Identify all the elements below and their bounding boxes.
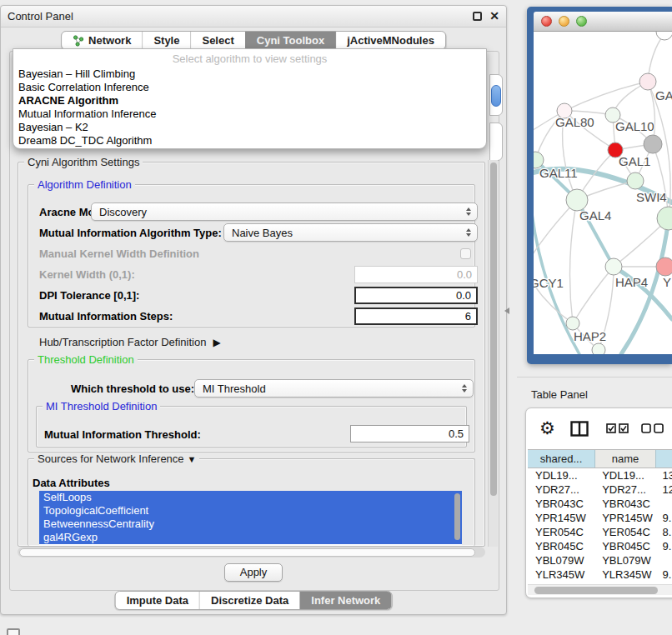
algorithm-option-basic-correlation-inference[interactable]: Basic Correlation Inference [13, 81, 486, 94]
network-node-y[interactable] [656, 258, 672, 276]
node-label: GAL80 [555, 115, 594, 129]
apply-button[interactable]: Apply [224, 563, 283, 582]
settings-vertical-scrollbar[interactable] [488, 160, 498, 547]
tab-style[interactable]: Style [142, 32, 190, 49]
network-window-titlebar[interactable] [534, 12, 672, 32]
check-all-icon[interactable] [606, 423, 629, 433]
network-canvas[interactable]: GALGAL80GAL10GAL1GAL11GAL4SWI4GCY1HAP4YH… [534, 32, 672, 354]
table-row[interactable]: YER054CYER054C8. [528, 525, 672, 539]
network-node-hap2[interactable] [566, 317, 579, 330]
algorithm-option-mutual-information-inference[interactable]: Mutual Information Inference [13, 108, 486, 121]
tab-label: Impute Data [127, 594, 188, 607]
table-cell: 8. [654, 525, 672, 539]
sources-expander[interactable]: Sources for Network Inference▼ [34, 452, 199, 465]
kernel-width-input[interactable]: 0.0 [354, 266, 478, 283]
network-edge[interactable] [573, 267, 614, 323]
aracne-mode-select[interactable]: Discovery [91, 202, 478, 221]
attribute-item-gal4rgexp[interactable]: gal4RGexp [39, 531, 462, 544]
close-icon[interactable]: ✕ [489, 12, 499, 21]
algorithm-option-bayesian-hill-climbing[interactable]: Bayesian – Hill Climbing [13, 68, 486, 81]
node-label: HAP2 [574, 329, 606, 343]
tab-jactivemnodules[interactable]: jActiveMNodules [335, 32, 445, 49]
node-label: GAL4 [579, 208, 611, 222]
uncheck-all-icon[interactable] [641, 423, 664, 433]
combo-spinner-focused-fragment [491, 85, 501, 107]
column-header-2[interactable] [656, 450, 672, 468]
table-row[interactable]: YDL19...YDL19...13 [528, 468, 672, 482]
attribute-item-topologicalcoefficient[interactable]: TopologicalCoefficient [39, 504, 462, 518]
algorithm-option-bayesian-k2[interactable]: Bayesian – K2 [13, 121, 486, 134]
table-cell: YDR27... [594, 482, 654, 497]
hub-definition-expander[interactable]: Hub/Transcription Factor Definition▶ [39, 336, 221, 349]
network-node-gal1[interactable] [627, 172, 644, 189]
table-cell: YBR045C [594, 539, 654, 553]
network-edge[interactable] [564, 82, 648, 111]
table-cell: 9. [654, 511, 672, 525]
table-row[interactable]: YPR145WYPR145W9. [528, 511, 672, 525]
kernel-width-label: Kernel Width (0,1): [39, 268, 135, 282]
column-header-name[interactable]: name [595, 450, 656, 468]
algorithm-option-dream8-dc-tdc-algorithm[interactable]: Dream8 DC_TDC Algorithm [13, 134, 486, 148]
column-header-shared[interactable]: shared... [528, 450, 595, 468]
float-window-icon[interactable] [473, 12, 482, 21]
hidden-group-fragment [489, 122, 503, 161]
bottom-corner-icon[interactable] [7, 628, 20, 635]
panel-divider-handle[interactable] [504, 308, 509, 314]
table-cell: YER054C [594, 525, 654, 539]
mi-steps-input[interactable]: 6 [354, 308, 478, 325]
mi-threshold-label: Mutual Information Threshold: [44, 428, 201, 442]
table-row[interactable]: YBL079WYBL079W [528, 553, 672, 568]
tab-network[interactable]: Network [62, 32, 142, 49]
mi-threshold-input[interactable]: 0.5 [350, 425, 469, 442]
settings-horizontal-scrollbar[interactable] [18, 547, 485, 558]
table-row[interactable]: YBR043CYBR043C [528, 497, 672, 511]
close-traffic-light-icon[interactable] [541, 16, 552, 27]
mi-steps-label: Mutual Information Steps: [39, 310, 173, 323]
data-attributes-label: Data Attributes [33, 477, 110, 490]
network-icon [73, 35, 84, 47]
panel-title: Control Panel [8, 10, 73, 22]
which-threshold-value: MI Threshold [203, 382, 266, 395]
gear-icon[interactable]: ⚙ [539, 420, 555, 437]
tab-label: Infer Network [311, 594, 380, 607]
network-node[interactable] [656, 32, 672, 40]
table-cell: YBR043C [594, 497, 654, 511]
network-node[interactable] [592, 343, 605, 354]
minimize-traffic-light-icon[interactable] [559, 16, 569, 27]
tab-infer-network[interactable]: Infer Network [299, 592, 391, 609]
node-label: GAL1 [619, 154, 650, 168]
tab-impute-data[interactable]: Impute Data [116, 592, 199, 609]
tab-label: Network [88, 34, 131, 47]
table-row[interactable]: YDR27...YDR27...12 [528, 482, 672, 497]
network-node-gal[interactable] [639, 73, 656, 90]
list-scrollbar[interactable] [454, 493, 460, 540]
algorithm-option-aracne-algorithm[interactable]: ARACNE Algorithm [13, 94, 486, 108]
cyni-bottom-tabs: Impute DataDiscretize DataInfer Network [115, 591, 393, 610]
which-threshold-select[interactable]: MI Threshold [194, 379, 474, 398]
control-panel-tabs: NetworkStyleSelectCyni ToolboxjActiveMNo… [61, 31, 446, 50]
table-cell: YDL19... [594, 468, 654, 482]
tab-discretize-data[interactable]: Discretize Data [199, 592, 299, 609]
table-horizontal-scrollbar[interactable] [528, 584, 672, 595]
table-row[interactable]: YLR345WYLR345W9. [528, 568, 672, 582]
tab-label: Style [153, 34, 179, 47]
network-node-swi4[interactable] [657, 207, 672, 230]
split-columns-icon[interactable] [570, 421, 589, 437]
zoom-traffic-light-icon[interactable] [576, 16, 587, 27]
mi-type-select[interactable]: Naive Bayes [223, 223, 478, 242]
table-row[interactable]: YBR045CYBR045C9. [528, 539, 672, 553]
manual-kernel-checkbox[interactable] [460, 248, 471, 259]
tab-label: Discretize Data [211, 594, 288, 607]
table-cell: YDL19... [528, 468, 594, 482]
network-node[interactable] [644, 135, 662, 153]
attribute-item-betweennesscentrality[interactable]: BetweennessCentrality [39, 518, 462, 531]
network-edge[interactable] [569, 200, 577, 323]
dpi-tolerance-input[interactable]: 0.0 [354, 287, 478, 304]
sources-title: Sources for Network Inference [38, 452, 184, 465]
tab-cyni-toolbox[interactable]: Cyni Toolbox [245, 32, 335, 49]
attribute-item-selfloops[interactable]: SelfLoops [39, 491, 462, 504]
network-view-window: GALGAL80GAL10GAL1GAL11GAL4SWI4GCY1HAP4YH… [527, 7, 672, 364]
network-node-hap4[interactable] [605, 258, 622, 275]
tab-select[interactable]: Select [190, 32, 244, 49]
node-label: GAL [655, 88, 672, 102]
